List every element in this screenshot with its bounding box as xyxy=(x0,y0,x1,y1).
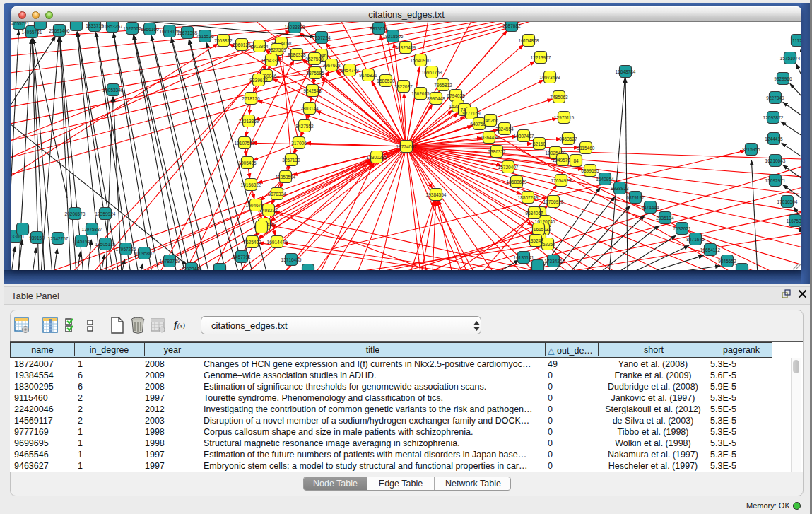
svg-text:16033809: 16033809 xyxy=(285,25,305,30)
svg-text:11325419: 11325419 xyxy=(396,45,416,50)
svg-text:10756928: 10756928 xyxy=(543,199,564,204)
svg-text:9474444: 9474444 xyxy=(641,205,659,210)
svg-text:12093872: 12093872 xyxy=(763,115,784,120)
svg-text:16136141: 16136141 xyxy=(514,255,534,260)
svg-text:7386372: 7386372 xyxy=(488,149,506,154)
svg-text:9777169: 9777169 xyxy=(462,111,481,116)
svg-text:9463627: 9463627 xyxy=(559,136,577,141)
svg-text:12342757: 12342757 xyxy=(48,236,69,241)
svg-text:6794028: 6794028 xyxy=(447,93,465,98)
svg-text:6879197: 6879197 xyxy=(626,195,645,200)
svg-text:17359924: 17359924 xyxy=(95,211,116,216)
svg-text:13975887: 13975887 xyxy=(82,227,102,232)
svg-text:8215955: 8215955 xyxy=(742,147,760,152)
svg-text:10107553: 10107553 xyxy=(235,141,255,146)
svg-text:317006: 317006 xyxy=(291,141,307,146)
svg-text:15720407: 15720407 xyxy=(498,165,519,170)
svg-text:18300295: 18300295 xyxy=(367,155,387,160)
svg-text:1588520: 1588520 xyxy=(377,78,395,83)
svg-text:20364436: 20364436 xyxy=(479,135,500,140)
svg-text:17957225: 17957225 xyxy=(116,247,136,252)
svg-text:14055721: 14055721 xyxy=(22,30,42,35)
svg-text:1615: 1615 xyxy=(534,227,544,232)
svg-text:9115460: 9115460 xyxy=(577,146,595,151)
svg-text:10095807: 10095807 xyxy=(134,251,155,256)
svg-text:939159: 939159 xyxy=(29,235,45,240)
svg-text:9242848: 9242848 xyxy=(303,88,322,93)
svg-text:10654112: 10654112 xyxy=(700,247,721,252)
svg-text:6899695: 6899695 xyxy=(581,168,599,173)
svg-text:2803144: 2803144 xyxy=(300,106,319,111)
svg-text:10973493: 10973493 xyxy=(540,75,560,80)
svg-text:8427552: 8427552 xyxy=(295,124,314,129)
svg-text:20691406: 20691406 xyxy=(49,28,70,33)
svg-text:12213967: 12213967 xyxy=(531,55,551,60)
svg-text:1833719: 1833719 xyxy=(86,23,104,28)
svg-text:11353594: 11353594 xyxy=(276,175,296,180)
svg-text:2087682: 2087682 xyxy=(502,23,521,28)
svg-text:7663822: 7663822 xyxy=(214,38,233,43)
svg-text:15716485: 15716485 xyxy=(281,257,302,262)
svg-text:16671355: 16671355 xyxy=(177,30,198,35)
svg-text:16782759: 16782759 xyxy=(160,259,180,264)
svg-text:8471676: 8471676 xyxy=(686,237,705,242)
svg-text:16210643: 16210643 xyxy=(765,158,786,163)
svg-text:7515526: 7515526 xyxy=(196,34,214,39)
svg-text:7955812: 7955812 xyxy=(434,83,452,88)
svg-text:1733426: 1733426 xyxy=(544,259,563,264)
svg-text:7357224: 7357224 xyxy=(312,35,331,40)
svg-text:1145194: 1145194 xyxy=(73,239,90,244)
svg-text:9245652: 9245652 xyxy=(718,259,736,264)
svg-text:3375685: 3375685 xyxy=(306,71,324,76)
svg-text:84: 84 xyxy=(573,158,579,163)
svg-text:14055721: 14055721 xyxy=(11,22,30,26)
svg-text:8960125: 8960125 xyxy=(233,42,251,47)
svg-text:18807249: 18807249 xyxy=(518,195,539,200)
svg-text:10688609: 10688609 xyxy=(507,180,527,185)
svg-text:9457791: 9457791 xyxy=(233,255,251,259)
svg-text:19384554: 19384554 xyxy=(426,192,447,197)
svg-text:746266: 746266 xyxy=(483,118,498,123)
svg-text:15692971: 15692971 xyxy=(765,178,786,183)
svg-text:20053346: 20053346 xyxy=(103,88,124,93)
svg-text:3878334: 3878334 xyxy=(268,192,286,197)
svg-text:8938923: 8938923 xyxy=(611,186,629,191)
svg-text:12213369: 12213369 xyxy=(239,119,259,124)
svg-text:3824554: 3824554 xyxy=(495,127,514,132)
svg-text:62160: 62160 xyxy=(533,141,546,146)
svg-text:2935134: 2935134 xyxy=(656,216,674,221)
svg-text:7485063: 7485063 xyxy=(550,95,568,100)
svg-text:16961758: 16961758 xyxy=(422,70,442,75)
svg-text:8990448: 8990448 xyxy=(427,96,445,101)
svg-text:16154808: 16154808 xyxy=(519,38,539,43)
svg-text:135248: 135248 xyxy=(528,238,543,243)
svg-text:3822037: 3822037 xyxy=(394,84,413,89)
svg-text:7632621: 7632621 xyxy=(673,226,691,231)
svg-text:8454749: 8454749 xyxy=(341,68,359,73)
svg-text:20206578: 20206578 xyxy=(65,211,86,216)
svg-text:9146821: 9146821 xyxy=(359,73,377,78)
svg-text:2718126: 2718126 xyxy=(242,96,260,101)
svg-text:9227349: 9227349 xyxy=(766,95,784,100)
svg-text:12923446: 12923446 xyxy=(182,267,202,271)
svg-text:1244415: 1244415 xyxy=(765,136,783,141)
svg-text:8912954: 8912954 xyxy=(250,44,269,49)
svg-text:16648784: 16648784 xyxy=(616,69,636,74)
svg-text:8186328: 8186328 xyxy=(288,52,306,57)
svg-text:1167534: 1167534 xyxy=(787,218,801,223)
svg-text:2967608: 2967608 xyxy=(322,63,341,68)
svg-text:10807487: 10807487 xyxy=(514,134,534,139)
svg-text:10853257: 10853257 xyxy=(102,24,123,29)
svg-text:12975115: 12975115 xyxy=(554,115,575,120)
svg-text:9527508: 9527508 xyxy=(305,57,324,62)
svg-text:15640910: 15640910 xyxy=(411,58,431,63)
svg-text:9827509: 9827509 xyxy=(268,47,286,52)
svg-text:9684067: 9684067 xyxy=(525,211,543,216)
svg-text:16914479: 16914479 xyxy=(267,240,288,245)
svg-text:17016504: 17016504 xyxy=(777,199,798,204)
svg-text:1112: 1112 xyxy=(792,38,801,43)
svg-text:6966160: 6966160 xyxy=(141,27,159,32)
svg-text:1362615: 1362615 xyxy=(411,91,430,96)
svg-text:19166822: 19166822 xyxy=(241,182,261,187)
svg-text:8813054: 8813054 xyxy=(370,26,388,31)
